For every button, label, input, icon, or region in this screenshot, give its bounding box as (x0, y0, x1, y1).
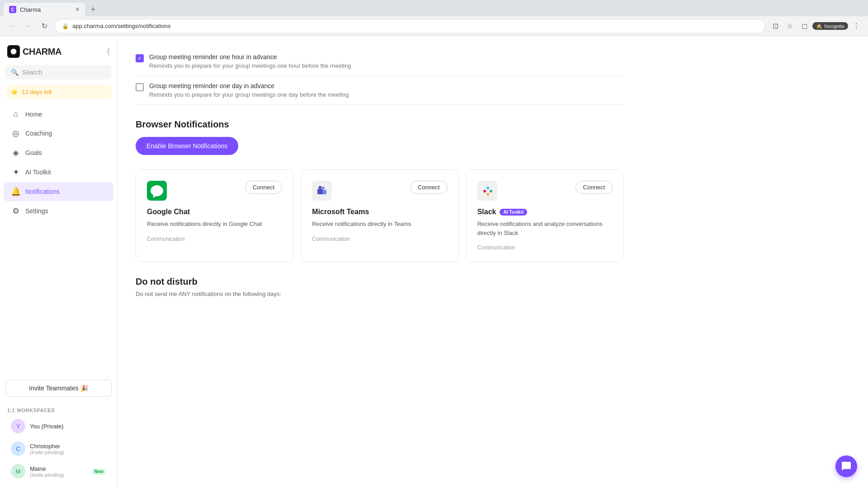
nav-right-controls: ⊡ ☆ ◻ 🕵 Incognito ⋮ (769, 20, 863, 33)
connect-slack-button[interactable]: Connect (576, 181, 613, 194)
coaching-icon: ◎ (11, 128, 21, 138)
incognito-badge: 🕵 Incognito (812, 22, 848, 30)
notif-title-hour: Group meeting reminder one hour in advan… (149, 53, 351, 61)
notification-row-hour: Group meeting reminder one hour in advan… (136, 47, 624, 76)
app-logo: CHARMA (7, 45, 61, 58)
main-content: Group meeting reminder one hour in advan… (118, 36, 868, 488)
new-tab-button[interactable]: + (87, 3, 99, 16)
notifications-icon: 🔔 (11, 187, 21, 197)
browser-notifications-heading: Browser Notifications (136, 116, 624, 130)
cast-icon[interactable]: ⊡ (769, 20, 782, 33)
workspace-item-christopher[interactable]: C Christopher (Invite pending) (4, 438, 113, 460)
sidebar-item-goals[interactable]: ◈ Goals (4, 143, 113, 162)
dnd-section: Do not disturb Do not send me ANY notifi… (136, 277, 624, 308)
integration-card-slack: Connect Slack AI Toolkit Receive notific… (466, 169, 624, 262)
workspace-item-maine[interactable]: M Maine (Invite pending) New (4, 460, 113, 482)
tab-title: Charma (20, 6, 41, 13)
home-icon: ⌂ (11, 109, 21, 119)
sidebar-item-label: Coaching (25, 130, 52, 137)
tab-close-button[interactable]: × (75, 6, 80, 13)
dnd-description: Do not send me ANY notifications on the … (136, 291, 624, 297)
svg-rect-6 (477, 181, 497, 201)
microsoft-teams-icon (312, 181, 332, 201)
menu-icon[interactable]: ⋮ (850, 20, 863, 33)
enable-browser-notifications-button[interactable]: Enable Browser Notifications (136, 137, 238, 155)
connect-microsoft-teams-button[interactable]: Connect (410, 181, 447, 194)
sidebar-item-settings[interactable]: ⚙ Settings (4, 202, 113, 221)
svg-rect-8 (486, 187, 489, 189)
settings-icon: ⚙ (11, 206, 21, 216)
notif-desc-day: Reminds you to prepare for your group me… (149, 91, 349, 98)
avatar-you: Y (11, 419, 25, 433)
address-bar[interactable]: 🔒 app.charma.com/settings/notifications (54, 19, 765, 33)
sidebar-nav: ⌂ Home ◎ Coaching ◈ Goals ✦ AI Toolkit 🔔… (0, 104, 117, 374)
workspace-sub: (Invite pending) (30, 472, 87, 478)
connect-google-chat-button[interactable]: Connect (245, 181, 282, 194)
card-header-microsoft-teams: Connect (312, 181, 447, 201)
card-desc-microsoft-teams: Receive notifications directly in Teams (312, 220, 447, 229)
notif-desc-hour: Reminds you to prepare for your group me… (149, 62, 351, 69)
svg-point-5 (319, 186, 322, 189)
chat-bubble-button[interactable] (835, 455, 857, 477)
card-category-microsoft-teams: Communication (312, 236, 447, 242)
profile-icon[interactable]: ◻ (798, 20, 811, 33)
new-badge: New (91, 468, 106, 475)
back-button[interactable]: ← (5, 20, 18, 33)
svg-rect-10 (486, 193, 489, 196)
checkbox-group-reminder-day[interactable] (136, 83, 144, 91)
google-chat-icon (147, 181, 167, 201)
svg-rect-9 (490, 190, 492, 192)
sidebar: CHARMA ⟨ 🔍 Search ⭐ 13 days left ⌂ Home … (0, 36, 118, 488)
svg-rect-7 (483, 190, 486, 192)
slack-icon (477, 181, 497, 201)
card-title-microsoft-teams: Microsoft Teams (312, 208, 447, 216)
svg-rect-4 (317, 189, 323, 194)
workspace-name: You (Private) (30, 423, 106, 430)
address-text: app.charma.com/settings/notifications (72, 23, 171, 29)
active-tab[interactable]: C Charma × (4, 3, 85, 16)
sidebar-item-label: Home (25, 111, 42, 118)
reload-button[interactable]: ↻ (38, 20, 51, 33)
checkbox-group-reminder-hour[interactable] (136, 54, 144, 62)
card-header-slack: Connect (477, 181, 613, 201)
search-input[interactable]: 🔍 Search (5, 65, 112, 80)
sidebar-item-notifications[interactable]: 🔔 Notifications (4, 182, 113, 201)
sidebar-collapse-button[interactable]: ⟨ (107, 47, 110, 56)
browser-notifications-section: Browser Notifications Enable Browser Not… (136, 105, 624, 169)
search-icon: 🔍 (11, 69, 19, 76)
sidebar-item-coaching[interactable]: ◎ Coaching (4, 124, 113, 143)
ai-toolkit-icon: ✦ (11, 167, 21, 177)
app-wrapper: CHARMA ⟨ 🔍 Search ⭐ 13 days left ⌂ Home … (0, 36, 868, 488)
workspace-name: Maine (30, 465, 87, 472)
card-title-google-chat: Google Chat (147, 208, 282, 216)
workspace-name: Christopher (30, 443, 106, 450)
browser-chrome: C Charma × + ← → ↻ 🔒 app.charma.com/sett… (0, 0, 868, 36)
tab-favicon: C (9, 6, 16, 13)
sidebar-item-label: Settings (25, 207, 48, 215)
card-category-slack: Communication (477, 244, 613, 251)
content-inner: Group meeting reminder one hour in advan… (118, 36, 642, 319)
sidebar-item-label: Goals (25, 149, 42, 156)
workspace-info-maine: Maine (Invite pending) (30, 465, 87, 478)
workspace-item-you[interactable]: Y You (Private) (4, 415, 113, 437)
sidebar-item-home[interactable]: ⌂ Home (4, 105, 113, 123)
invite-teammates-button[interactable]: Invite Teammates 🎉 (5, 380, 112, 397)
integration-card-google-chat: Connect Google Chat Receive notification… (136, 169, 293, 262)
sidebar-item-ai-toolkit[interactable]: ✦ AI Toolkit (4, 163, 113, 182)
integration-card-microsoft-teams: Connect Microsoft Teams Receive notifica… (301, 169, 458, 262)
search-placeholder: Search (22, 69, 42, 76)
notif-title-day: Group meeting reminder one day in advanc… (149, 82, 349, 89)
card-desc-slack: Receive notifications and analyze conver… (477, 220, 613, 237)
workspace-sub: (Invite pending) (30, 450, 106, 455)
logo-icon (7, 45, 20, 58)
forward-button[interactable]: → (22, 20, 34, 33)
nav-bar: ← → ↻ 🔒 app.charma.com/settings/notifica… (0, 16, 868, 36)
lock-icon: 🔒 (62, 23, 69, 29)
sidebar-item-label: AI Toolkit (25, 169, 51, 176)
workspaces-section-label: 1:1 Workspaces (0, 402, 117, 415)
bookmark-icon[interactable]: ☆ (783, 20, 796, 33)
dnd-heading: Do not disturb (136, 277, 624, 287)
svg-point-0 (11, 49, 17, 55)
card-header-google-chat: Connect (147, 181, 282, 201)
trial-label: 13 days left (22, 89, 52, 95)
